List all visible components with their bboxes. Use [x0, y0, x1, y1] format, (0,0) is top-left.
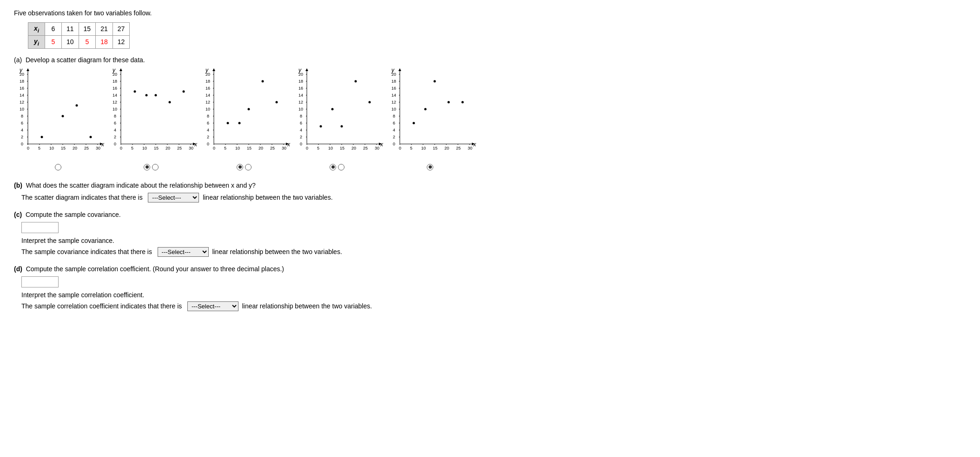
radio-1[interactable] [55, 164, 61, 170]
part-d-section: (d) Compute the sample correlation coeff… [14, 265, 966, 311]
radio-1-area[interactable] [14, 164, 102, 170]
radio-5-area[interactable] [386, 164, 474, 170]
part-b-label: (b) [14, 182, 22, 189]
svg-text:30: 30 [468, 146, 472, 150]
svg-text:4: 4 [300, 128, 302, 132]
svg-text:0: 0 [399, 146, 401, 150]
svg-point-177 [355, 80, 357, 82]
svg-text:12: 12 [205, 100, 210, 104]
svg-text:5: 5 [224, 146, 226, 150]
radio-row [14, 164, 966, 170]
part-d-text-line: The sample correlation coefficient indic… [21, 301, 966, 311]
svg-text:25: 25 [270, 146, 275, 150]
svg-text:10: 10 [391, 107, 396, 111]
part-b-title: (b) What does the scatter diagram indica… [14, 182, 966, 189]
radio-4b[interactable] [338, 164, 344, 170]
svg-text:20: 20 [20, 72, 24, 77]
svg-text:8: 8 [300, 114, 302, 118]
svg-text:25: 25 [363, 146, 368, 150]
svg-text:18: 18 [391, 79, 396, 84]
svg-text:12: 12 [391, 100, 396, 104]
part-c-title: (c) Compute the sample covariance. [14, 211, 966, 218]
svg-text:2: 2 [393, 135, 395, 139]
radio-4-selected[interactable] [330, 164, 336, 170]
svg-text:20: 20 [444, 146, 449, 150]
chart-5-svg: y x 0 2 4 6 8 10 12 14 16 18 20 [386, 67, 474, 160]
svg-point-83 [146, 94, 148, 96]
svg-text:6: 6 [300, 121, 302, 125]
svg-text:15: 15 [340, 146, 344, 150]
svg-point-223 [448, 101, 450, 103]
radio-3-selected[interactable] [237, 164, 243, 170]
svg-text:18: 18 [205, 79, 210, 84]
svg-text:6: 6 [21, 121, 23, 125]
svg-text:0: 0 [393, 142, 395, 146]
radio-2b[interactable] [152, 164, 159, 170]
svg-text:x: x [194, 141, 198, 148]
svg-text:5: 5 [317, 146, 319, 150]
part-b-select[interactable]: ---Select--- a positive a negative no ap… [148, 193, 199, 202]
svg-marker-3 [26, 68, 29, 71]
svg-text:20: 20 [391, 72, 396, 77]
svg-text:14: 14 [20, 93, 24, 98]
svg-text:14: 14 [205, 93, 210, 98]
chart-2-container: y x 0 2 4 6 8 10 12 14 16 18 20 [107, 67, 195, 160]
svg-marker-91 [212, 68, 215, 71]
svg-marker-137 [305, 68, 308, 71]
svg-text:12: 12 [298, 100, 303, 104]
svg-text:0: 0 [300, 142, 302, 146]
part-a-text: Develop a scatter diagram for these data… [26, 56, 145, 64]
part-d-select[interactable]: ---Select--- a positive a negative no ap… [187, 301, 238, 311]
svg-text:25: 25 [177, 146, 182, 150]
svg-point-86 [183, 90, 185, 92]
svg-text:6: 6 [207, 121, 209, 125]
svg-text:16: 16 [20, 86, 24, 91]
svg-text:30: 30 [282, 146, 286, 150]
radio-3b[interactable] [245, 164, 252, 170]
svg-text:8: 8 [114, 114, 116, 118]
chart-1-svg: y x 0 2 4 6 8 10 12 [14, 67, 102, 160]
svg-text:x: x [287, 141, 291, 148]
svg-text:x: x [101, 141, 105, 148]
svg-text:0: 0 [27, 146, 29, 150]
svg-text:0: 0 [207, 142, 209, 146]
part-b-section: (b) What does the scatter diagram indica… [14, 182, 966, 202]
svg-point-128 [227, 122, 229, 124]
svg-text:15: 15 [247, 146, 252, 150]
svg-text:20: 20 [205, 72, 210, 77]
svg-text:6: 6 [114, 121, 116, 125]
chart1-dot2 [62, 115, 64, 117]
part-d-answer-input[interactable] [21, 276, 59, 287]
chart1-dot1 [41, 136, 43, 138]
svg-text:5: 5 [410, 146, 412, 150]
svg-text:0: 0 [306, 146, 308, 150]
chart1-dot4 [90, 136, 92, 138]
svg-text:10: 10 [235, 146, 240, 150]
svg-text:6: 6 [393, 121, 395, 125]
svg-text:5: 5 [38, 146, 40, 150]
part-a-section: (a) Develop a scatter diagram for these … [14, 56, 966, 170]
part-c-select[interactable]: ---Select--- a positive a negative no ap… [158, 247, 209, 257]
part-d-text2: linear relationship between the two vari… [242, 302, 372, 310]
svg-text:12: 12 [113, 100, 117, 104]
part-c-question: Compute the sample covariance. [26, 211, 121, 218]
svg-text:x: x [380, 141, 384, 148]
svg-text:10: 10 [298, 107, 303, 111]
part-c-section: (c) Compute the sample covariance. Inter… [14, 211, 966, 257]
part-c-answer-input[interactable] [21, 222, 59, 233]
radio-2-area[interactable] [107, 164, 195, 170]
svg-text:16: 16 [205, 86, 210, 91]
svg-text:10: 10 [20, 107, 24, 111]
radio-5-selected[interactable] [427, 164, 433, 170]
svg-text:10: 10 [49, 146, 54, 150]
radio-4-area[interactable] [293, 164, 381, 170]
chart-1-container: y x 0 2 4 6 8 10 12 [14, 67, 102, 160]
svg-text:10: 10 [328, 146, 333, 150]
svg-text:8: 8 [207, 114, 209, 118]
svg-text:2: 2 [300, 135, 302, 139]
svg-marker-45 [119, 68, 122, 71]
radio-3-area[interactable] [200, 164, 288, 170]
svg-text:15: 15 [154, 146, 159, 150]
radio-2-selected[interactable] [144, 164, 150, 170]
part-b-text2: linear relationship between the two vari… [203, 194, 332, 201]
